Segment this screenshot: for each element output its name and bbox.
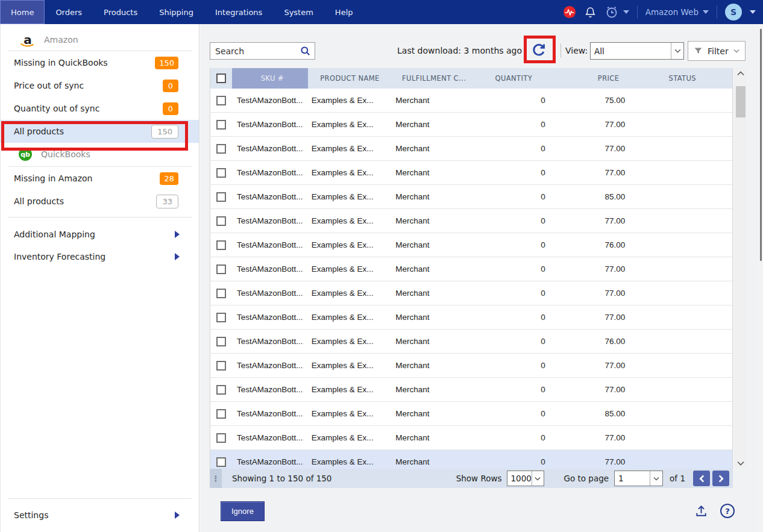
table-row[interactable]: TestAMazonBott...Examples & Ex...Merchan… [210, 305, 732, 330]
view-select[interactable]: All [590, 42, 684, 60]
search-icon[interactable] [300, 45, 311, 57]
sidebar-link-additional-mapping[interactable]: Additional Mapping [1, 223, 199, 245]
search-input[interactable] [210, 46, 300, 56]
column-header-status[interactable]: STATUS [632, 68, 732, 89]
row-checkbox[interactable] [216, 337, 226, 346]
table-row[interactable]: TestAMazonBott...Examples & Ex...Merchan… [210, 161, 732, 185]
row-checkbox[interactable] [216, 433, 226, 443]
window-scrollbar[interactable] [758, 24, 763, 532]
cell-checkbox [210, 137, 232, 160]
table-row[interactable]: TestAMazonBott...Examples & Ex...Merchan… [210, 113, 732, 137]
avatar-menu-caret[interactable] [750, 10, 756, 14]
sidebar-item-price-out-of-sync[interactable]: Price out of sync 0 [1, 74, 199, 97]
scheduler-clock-icon[interactable] [604, 5, 629, 19]
column-header-quantity[interactable]: QUANTITY [476, 68, 551, 89]
row-checkbox[interactable] [216, 289, 226, 298]
scroll-up-icon[interactable] [735, 68, 747, 79]
account-label: Amazon Web [645, 7, 699, 17]
sidebar-link-settings[interactable]: Settings [1, 504, 199, 526]
row-checkbox[interactable] [216, 192, 226, 202]
cell-product-name: Examples & Ex... [308, 426, 392, 449]
cell-status [632, 209, 732, 233]
avatar[interactable]: S [725, 4, 742, 20]
row-checkbox[interactable] [216, 313, 226, 322]
nav-item-shipping[interactable]: Shipping [151, 0, 201, 24]
cell-price: 77.00 [551, 354, 633, 377]
table-row[interactable]: TestAMazonBott...Examples & Ex...Merchan… [210, 378, 732, 402]
cell-sku: TestAMazonBott... [232, 185, 308, 208]
cell-price: 77.00 [551, 161, 633, 184]
table-row[interactable]: TestAMazonBott...Examples & Ex...Merchan… [210, 402, 732, 426]
sidebar-item-missing-in-amazon[interactable]: Missing in Amazon 28 [1, 167, 199, 190]
table-row[interactable]: TestAMazonBott...Examples & Ex...Merchan… [210, 450, 732, 469]
column-header-sku[interactable]: SKU # [232, 68, 308, 89]
nav-item-system[interactable]: System [276, 0, 321, 24]
row-checkbox[interactable] [216, 216, 226, 226]
nav-item-orders[interactable]: Orders [48, 0, 90, 24]
row-checkbox[interactable] [216, 385, 226, 395]
sidebar-item-all-products-amazon[interactable]: All products 150 [1, 120, 199, 143]
cell-quantity: 0 [476, 281, 551, 305]
row-checkbox[interactable] [216, 264, 226, 274]
nav-item-integrations[interactable]: Integrations [207, 0, 270, 24]
table-row[interactable]: TestAMazonBott...Examples & Ex...Merchan… [210, 185, 732, 209]
cell-product-name: Examples & Ex... [308, 209, 392, 233]
cell-status [632, 137, 732, 160]
show-rows-select[interactable]: 1000 [507, 471, 544, 486]
drag-grip-icon[interactable]: ⋮ [210, 469, 222, 488]
notifications-bell-icon[interactable] [584, 6, 597, 19]
table-row[interactable]: TestAMazonBott...Examples & Ex...Merchan… [210, 233, 732, 257]
nav-item-products[interactable]: Products [96, 0, 145, 24]
cell-product-name: Examples & Ex... [308, 281, 392, 305]
table-row[interactable]: TestAMazonBott...Examples & Ex...Merchan… [210, 281, 732, 305]
table-row[interactable]: TestAMazonBott...Examples & Ex...Merchan… [210, 354, 732, 378]
cell-fulfillment: Merchant [392, 402, 476, 425]
bottom-actions: Ignore ? [210, 498, 745, 524]
table-row[interactable]: TestAMazonBott...Examples & Ex...Merchan… [210, 137, 732, 161]
row-checkbox[interactable] [216, 120, 226, 130]
upload-icon[interactable] [694, 504, 708, 518]
cell-sku: TestAMazonBott... [232, 354, 308, 377]
nav-item-help[interactable]: Help [327, 0, 361, 24]
row-checkbox[interactable] [216, 361, 226, 371]
cell-fulfillment: Merchant [392, 113, 476, 136]
scroll-down-icon[interactable] [735, 458, 747, 469]
row-checkbox[interactable] [216, 457, 226, 467]
row-checkbox[interactable] [216, 168, 226, 178]
sidebar-item-all-products-quickbooks[interactable]: All products 33 [1, 190, 199, 213]
account-selector[interactable]: Amazon Web [645, 7, 709, 17]
table-row[interactable]: TestAMazonBott...Examples & Ex...Merchan… [210, 89, 732, 113]
table-row[interactable]: TestAMazonBott...Examples & Ex...Merchan… [210, 330, 732, 354]
sidebar-item-missing-in-quickbooks[interactable]: Missing in QuickBooks 150 [1, 51, 199, 74]
table-row[interactable]: TestAMazonBott...Examples & Ex...Merchan… [210, 426, 732, 450]
window-scrollbar-thumb[interactable] [760, 29, 762, 261]
help-icon[interactable]: ? [720, 503, 735, 519]
next-page-button[interactable] [712, 471, 729, 486]
row-checkbox[interactable] [216, 96, 226, 105]
column-header-product-name[interactable]: PRODUCT NAME [308, 68, 392, 89]
cell-status [632, 89, 732, 112]
sidebar-item-quantity-out-of-sync[interactable]: Quantity out of sync 0 [1, 97, 199, 120]
select-all-checkbox[interactable] [216, 74, 226, 83]
goto-page-select[interactable]: 1 [614, 471, 663, 486]
row-checkbox[interactable] [216, 409, 226, 419]
previous-page-button[interactable] [693, 471, 710, 486]
nav-item-home[interactable]: Home [0, 0, 45, 24]
cell-price: 77.00 [551, 281, 633, 305]
showing-label: Showing 1 to 150 of 150 [232, 474, 331, 483]
scrollbar-thumb[interactable] [736, 86, 746, 117]
monitor-status-icon[interactable] [563, 5, 576, 19]
table-row[interactable]: TestAMazonBott...Examples & Ex...Merchan… [210, 257, 732, 281]
column-header-fulfillment[interactable]: FULFILLMENT C... [392, 68, 476, 89]
row-checkbox[interactable] [216, 240, 226, 250]
refresh-button[interactable] [530, 41, 548, 59]
row-checkbox[interactable] [216, 144, 226, 154]
sidebar-link-inventory-forecasting[interactable]: Inventory Forecasting [1, 245, 199, 268]
filter-button[interactable]: Filter [688, 41, 746, 61]
cell-status [632, 330, 732, 353]
table-scrollbar[interactable] [735, 68, 747, 469]
cell-quantity: 0 [476, 378, 551, 401]
ignore-button[interactable]: Ignore [221, 501, 265, 521]
column-header-price[interactable]: PRICE [551, 68, 633, 89]
table-row[interactable]: TestAMazonBott...Examples & Ex...Merchan… [210, 209, 732, 233]
